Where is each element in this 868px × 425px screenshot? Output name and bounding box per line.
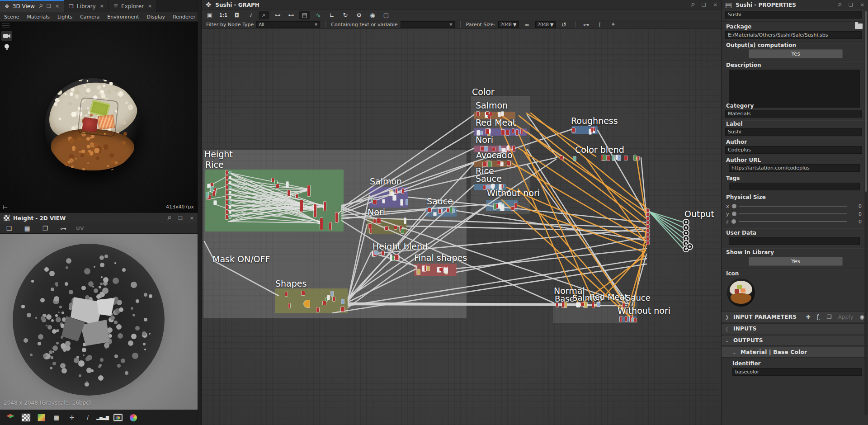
add-parameter-icon[interactable]: ✚ xyxy=(806,314,811,320)
new-view-icon[interactable]: ❏ xyxy=(4,224,14,233)
reset-size-icon[interactable]: ↺ xyxy=(559,20,570,29)
physical-size-z[interactable]: z0 xyxy=(726,218,862,225)
menu-scene[interactable]: Scene xyxy=(4,14,19,20)
link-display-icon[interactable]: ⊶ xyxy=(272,11,283,19)
link-size-icon[interactable]: ∞ xyxy=(522,20,533,29)
maximize-icon[interactable]: ❏ xyxy=(702,2,706,8)
gradient-icon[interactable] xyxy=(36,413,46,422)
slider-knob[interactable] xyxy=(732,212,736,216)
link-pair-icon[interactable]: ⊶ xyxy=(581,20,592,29)
camera-view-button[interactable] xyxy=(1,31,12,41)
copy-image-icon[interactable]: ❐ xyxy=(40,224,51,233)
output-node[interactable] xyxy=(686,243,693,250)
group-label-color-blend[interactable]: Color blend xyxy=(575,145,624,155)
menu-materials[interactable]: Materials xyxy=(27,14,50,20)
author-url-field[interactable] xyxy=(729,164,860,172)
physical-size-x[interactable]: x0 xyxy=(726,203,862,210)
label-field[interactable] xyxy=(725,128,862,136)
section-material-base-color[interactable]: ⌄ Material | Base Color xyxy=(722,347,868,358)
layers-icon[interactable] xyxy=(5,413,15,422)
graph-header[interactable]: ❖ Sushi - GRAPH ⚲ ❏ × xyxy=(202,0,721,9)
description-field[interactable] xyxy=(729,70,860,108)
group-label-height-blend[interactable]: Height blend xyxy=(373,241,428,251)
menu-lights[interactable]: Lights xyxy=(57,14,72,20)
clipboard-icon[interactable]: ❐ xyxy=(827,314,832,320)
section-inputs[interactable]: ❮ INPUTS xyxy=(722,323,868,334)
group-label-color[interactable]: Color xyxy=(472,87,495,97)
function-icon[interactable]: ƒ˯ xyxy=(817,314,821,320)
group-label-roughness[interactable]: Roughness xyxy=(571,116,618,126)
fit-view-icon[interactable]: ▣ xyxy=(204,11,215,19)
light-button[interactable] xyxy=(1,42,12,52)
scene-tree-icon[interactable]: ⊢ xyxy=(3,204,8,211)
close-icon[interactable]: × xyxy=(148,3,152,9)
menu-environment[interactable]: Environment xyxy=(107,14,139,20)
properties-header[interactable]: ▤ Sushi - PROPERTIES ⚲ ❏ × xyxy=(722,0,868,9)
group-label-final-shapes[interactable]: Final shapes xyxy=(414,253,467,263)
link-node-icon[interactable]: ⊶ xyxy=(58,224,69,233)
author-field[interactable] xyxy=(725,146,862,154)
screenshot-icon[interactable]: ◘ xyxy=(231,11,242,19)
pin-icon[interactable]: ⚲ xyxy=(166,215,173,222)
group-label-salmon-height[interactable]: Salmon xyxy=(370,176,402,186)
tools-icon[interactable]: ⚙ xyxy=(354,11,364,19)
slider-knob[interactable] xyxy=(732,204,736,208)
apply-button[interactable]: Apply xyxy=(838,314,854,320)
group-label-height[interactable]: Height xyxy=(204,149,233,159)
group-label-nori-color[interactable]: Nori xyxy=(476,135,493,145)
section-outputs[interactable]: ⌄ OUTPUTS xyxy=(722,335,868,346)
layers-stack-icon[interactable]: ▤ xyxy=(299,11,310,19)
show-in-library-toggle[interactable]: Yes xyxy=(749,257,843,266)
maximize-icon[interactable]: ❏ xyxy=(849,2,853,8)
search-icon[interactable]: ⌕ xyxy=(259,11,269,19)
close-icon[interactable]: × xyxy=(190,215,194,221)
graph-canvas[interactable]: Height Rice Mask ON/OFF Shapes Salmon No… xyxy=(202,29,721,425)
frame-region-icon[interactable]: ▢ xyxy=(381,11,392,19)
parent-width-select[interactable]: 2048▼ xyxy=(498,21,519,28)
group-label-output[interactable]: Output xyxy=(684,209,714,219)
section-input-parameters[interactable]: ❯ INPUT PARAMETERS ✚ ƒ˯ ❐ Apply ◉ xyxy=(722,312,868,322)
scrollbar-thumb[interactable] xyxy=(865,11,867,192)
info-icon[interactable]: i xyxy=(82,413,92,422)
properties-scrollbar[interactable] xyxy=(864,10,868,415)
save-icon[interactable]: ▦ xyxy=(22,224,33,233)
align-target-icon[interactable]: ⌖ xyxy=(608,20,619,29)
close-icon[interactable]: × xyxy=(55,3,59,9)
group-label-sauce-height[interactable]: Sauce xyxy=(427,196,453,206)
group-label-sauce-normal[interactable]: Sauce xyxy=(626,293,651,302)
containing-text-dropdown[interactable]: ▼ xyxy=(401,21,455,28)
outputs-computation-toggle[interactable]: Yes xyxy=(749,49,843,58)
slider-knob[interactable] xyxy=(731,219,736,224)
material-icon-thumbnail[interactable] xyxy=(727,279,755,307)
category-field[interactable] xyxy=(725,110,862,118)
2d-view-header[interactable]: Height - 2D VIEW ⚲ ❏ × xyxy=(0,212,198,223)
tab-explorer[interactable]: ≣ Explorer × xyxy=(109,0,157,12)
maximize-icon[interactable]: ❏ xyxy=(178,215,183,221)
vertical-splitter[interactable] xyxy=(198,0,202,425)
pin-icon[interactable]: ⚲ xyxy=(836,1,843,8)
uv-toggle[interactable]: UV xyxy=(76,226,84,231)
parent-height-select[interactable]: 2048▼ xyxy=(535,21,556,28)
group-label-base-normal[interactable]: Base xyxy=(555,294,575,303)
node-pin-icon[interactable]: ⊺ xyxy=(594,20,605,29)
material-preview-icon[interactable]: ◉ xyxy=(367,11,378,19)
tab-library[interactable]: ❒ Library × xyxy=(64,0,109,12)
3d-viewport[interactable]: 413x407px ⊢ xyxy=(0,22,198,212)
display-icon[interactable] xyxy=(113,413,123,422)
close-icon[interactable]: × xyxy=(100,3,104,9)
maximize-icon[interactable]: ❏ xyxy=(47,3,51,9)
group-label-sauce-color[interactable]: Sauce xyxy=(476,174,502,184)
grip-handle[interactable] xyxy=(2,24,9,28)
2d-height-image[interactable]: 2048 x 2048 (Grayscale, 16bpc) xyxy=(0,234,198,410)
group-label-without-nori-color[interactable]: Without nori xyxy=(487,188,540,198)
info-mode-icon[interactable]: i xyxy=(245,11,256,19)
physical-size-y[interactable]: y0 xyxy=(726,210,862,217)
open-folder-icon[interactable] xyxy=(855,24,863,29)
colorwheel-icon[interactable] xyxy=(128,413,138,422)
visibility-icon[interactable]: ◉ xyxy=(860,314,864,320)
tab-3d-view[interactable]: ❖ 3D View ⚲ ❏ × xyxy=(0,0,64,12)
group-label-shapes[interactable]: Shapes xyxy=(275,279,307,288)
node-type-dropdown[interactable]: All▼ xyxy=(256,21,320,28)
update-icon[interactable]: ↻ xyxy=(340,11,351,19)
output-identifier-field[interactable] xyxy=(732,368,862,376)
